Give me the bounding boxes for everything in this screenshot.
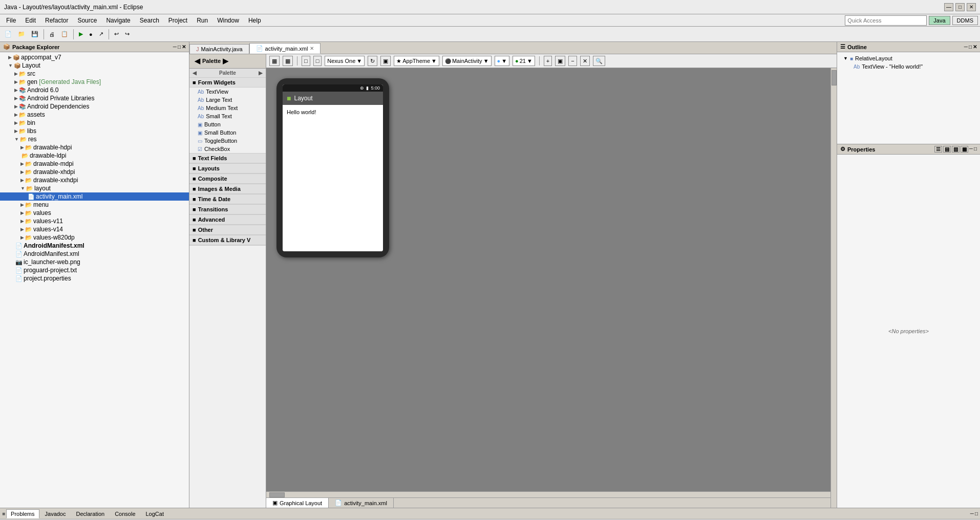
quick-access-input[interactable] bbox=[845, 15, 927, 26]
tree-item-android-manifest[interactable]: 📄 AndroidManifest.xml bbox=[0, 250, 189, 258]
outline-item-textview[interactable]: Ab TextView - "Hello world!" bbox=[839, 62, 978, 71]
tab-ddms[interactable]: DDMS bbox=[952, 16, 978, 25]
ge-zoom-100[interactable]: ✕ bbox=[580, 56, 590, 66]
palette-section-header-transitions[interactable]: ■ Transitions bbox=[189, 205, 266, 214]
ge-scrollbar-h[interactable] bbox=[266, 491, 830, 497]
ge-zoom-fit[interactable]: ▣ bbox=[555, 56, 565, 66]
palette-section-header-advanced[interactable]: ■ Advanced bbox=[189, 215, 266, 225]
prop-btn-2[interactable]: ▤ bbox=[943, 146, 951, 153]
prop-minimize[interactable]: ─ bbox=[969, 146, 973, 153]
palette-item-large-text[interactable]: Ab Large Text bbox=[189, 96, 266, 104]
ge-btn-size2[interactable]: □ bbox=[313, 56, 322, 66]
locale-dropdown[interactable]: ● ▼ bbox=[495, 56, 510, 66]
pe-minimize[interactable]: ─ bbox=[173, 44, 177, 50]
tab-logcat[interactable]: LogCat bbox=[141, 509, 168, 518]
palette-section-header-images-media[interactable]: ■ Images & Media bbox=[189, 184, 266, 194]
prop-maximize[interactable]: □ bbox=[974, 146, 977, 153]
tree-item-drawable-xhdpi[interactable]: ▶ 📂 drawable-xhdpi bbox=[0, 168, 189, 176]
tab-close-icon[interactable]: ✕ bbox=[310, 46, 314, 51]
tree-item-android-deps[interactable]: ▶ 📚 Android Dependencies bbox=[0, 102, 189, 111]
tree-item-values-w820dp[interactable]: ▶ 📂 values-w820dp bbox=[0, 233, 189, 242]
palette-section-header-other[interactable]: ■ Other bbox=[189, 225, 266, 235]
tree-item-layout-folder[interactable]: ▼ 📂 layout bbox=[0, 184, 189, 192]
toolbar-copy[interactable]: 📋 bbox=[58, 29, 71, 39]
menu-refactor[interactable]: Refactor bbox=[41, 16, 72, 25]
tree-item-proguard[interactable]: 📄 proguard-project.txt bbox=[0, 266, 189, 274]
tab-activity-main-xml[interactable]: 📄 activity_main.xml ✕ bbox=[249, 43, 321, 54]
toolbar-undo[interactable]: ↩ bbox=[112, 29, 121, 39]
pe-close[interactable]: ✕ bbox=[182, 44, 186, 50]
close-button[interactable]: ✕ bbox=[967, 3, 976, 11]
tree-item-menu[interactable]: ▶ 📂 menu bbox=[0, 201, 189, 209]
palette-item-small-text[interactable]: Ab Small Text bbox=[189, 112, 266, 120]
tree-item-values[interactable]: ▶ 📂 values bbox=[0, 209, 189, 217]
tree-item-libs[interactable]: ▶ 📂 libs bbox=[0, 127, 189, 135]
outline-item-relativelayout[interactable]: ▼ ■ RelativeLayout bbox=[839, 54, 978, 62]
api-dropdown[interactable]: ● 21 ▼ bbox=[513, 56, 535, 66]
toolbar-debug[interactable]: ● bbox=[87, 30, 95, 39]
tab-javadoc[interactable]: Javadoc bbox=[40, 509, 71, 518]
tab-activity-main-xml-bottom[interactable]: 📄 activity_main.xml bbox=[329, 498, 394, 508]
activity-dropdown[interactable]: ⚫ MainActivity ▼ bbox=[442, 56, 492, 66]
menu-project[interactable]: Project bbox=[164, 16, 191, 25]
tree-item-private-libs[interactable]: ▶ 📚 Android Private Libraries bbox=[0, 94, 189, 102]
prop-btn-3[interactable]: ▥ bbox=[952, 146, 960, 153]
toolbar-print[interactable]: 🖨 bbox=[47, 30, 57, 39]
tree-item-layout-project[interactable]: ▼ 📦 Layout bbox=[0, 61, 189, 70]
toolbar-new[interactable]: 📄 bbox=[2, 29, 14, 39]
tree-item-gen[interactable]: ▶ 📂 gen [Generated Java Files] bbox=[0, 78, 189, 86]
ge-btn-toggle2[interactable]: ▦ bbox=[283, 56, 293, 66]
outline-maximize[interactable]: □ bbox=[969, 44, 972, 50]
ge-zoom-out[interactable]: − bbox=[568, 56, 577, 66]
menu-run[interactable]: Run bbox=[193, 16, 212, 25]
palette-section-header-time-date[interactable]: ■ Time & Date bbox=[189, 194, 266, 204]
tree-item-project-props[interactable]: 📄 project.properties bbox=[0, 274, 189, 283]
tree-item-drawable-hdpi[interactable]: ▶ 📂 drawable-hdpi bbox=[0, 143, 189, 151]
menu-file[interactable]: File bbox=[2, 16, 20, 25]
device-dropdown[interactable]: Nexus One ▼ bbox=[325, 56, 365, 66]
palette-section-header-text-fields[interactable]: ■ Text Fields bbox=[189, 154, 266, 163]
tree-item-ic-launcher[interactable]: 📷 ic_launcher-web.png bbox=[0, 258, 189, 266]
ge-btn-size1[interactable]: □ bbox=[302, 56, 310, 66]
tab-java[interactable]: Java bbox=[929, 16, 950, 25]
palette-item-small-button[interactable]: ▣ Small Button bbox=[189, 128, 266, 137]
tree-item-android-manifest-bold[interactable]: 📄 AndroidManifest.xml bbox=[0, 242, 189, 250]
palette-section-header-layouts[interactable]: ■ Layouts bbox=[189, 164, 266, 174]
tree-item-activity-main[interactable]: 📄 activity_main.xml bbox=[0, 192, 189, 201]
palette-item-textview[interactable]: Ab TextView bbox=[189, 88, 266, 96]
h-scroll-thumb[interactable] bbox=[269, 492, 285, 497]
tree-item-values-v14[interactable]: ▶ 📂 values-v14 bbox=[0, 225, 189, 233]
palette-item-button[interactable]: ▣ Button bbox=[189, 120, 266, 128]
palette-section-header-form-widgets[interactable]: ■ Form Widgets bbox=[189, 78, 266, 88]
ge-scrollbar-v[interactable] bbox=[830, 68, 837, 508]
ge-btn-rotate[interactable]: ↻ bbox=[368, 56, 377, 66]
outline-minimize[interactable]: ─ bbox=[964, 44, 968, 50]
toolbar-open[interactable]: 📁 bbox=[15, 29, 28, 39]
prop-btn-4[interactable]: ▦ bbox=[961, 146, 968, 153]
tab-graphical-layout[interactable]: ▣ Graphical Layout bbox=[266, 498, 329, 508]
toolbar-save[interactable]: 💾 bbox=[29, 29, 41, 39]
tree-item-values-v11[interactable]: ▶ 📂 values-v11 bbox=[0, 217, 189, 225]
palette-sub-header[interactable]: ◀ Palette ▶ bbox=[189, 69, 266, 78]
tree-item-src[interactable]: ▶ 📂 src bbox=[0, 70, 189, 78]
palette-item-medium-text[interactable]: Ab Medium Text bbox=[189, 104, 266, 112]
ge-zoom-in[interactable]: + bbox=[544, 56, 552, 66]
menu-window[interactable]: Window bbox=[213, 16, 243, 25]
maximize-button[interactable]: □ bbox=[955, 3, 965, 11]
palette-section-header-composite[interactable]: ■ Composite bbox=[189, 174, 266, 184]
pe-maximize[interactable]: □ bbox=[178, 44, 181, 50]
ge-zoom-reset[interactable]: 🔍 bbox=[593, 56, 605, 66]
bp-maximize[interactable]: □ bbox=[975, 511, 978, 516]
palette-item-toggle-button[interactable]: ▭ ToggleButton bbox=[189, 137, 266, 145]
menu-source[interactable]: Source bbox=[73, 16, 101, 25]
tree-item-res[interactable]: ▼ 📂 res bbox=[0, 135, 189, 143]
toolbar-external[interactable]: ↗ bbox=[96, 29, 106, 39]
tab-declaration[interactable]: Declaration bbox=[72, 509, 110, 518]
minimize-button[interactable]: — bbox=[944, 3, 953, 11]
palette-right-arrow[interactable]: ▶ bbox=[223, 57, 228, 65]
menu-navigate[interactable]: Navigate bbox=[102, 16, 134, 25]
ge-btn-screen[interactable]: ▣ bbox=[380, 56, 391, 66]
palette-left-arrow[interactable]: ◀ bbox=[195, 57, 200, 65]
v-scroll-thumb[interactable] bbox=[832, 70, 837, 85]
toolbar-redo[interactable]: ↪ bbox=[122, 29, 132, 39]
